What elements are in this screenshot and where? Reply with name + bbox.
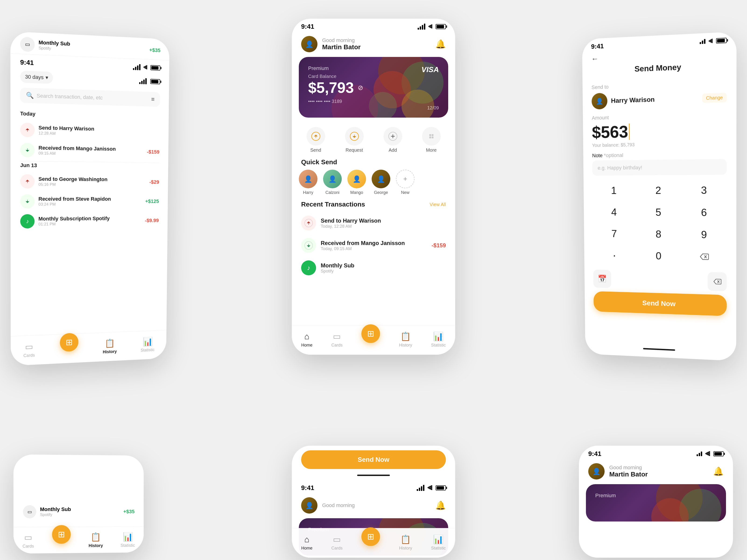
nav-cards[interactable]: ▭ Cards [331,331,342,348]
search-bar[interactable]: 🔍 Search transaction, date, etc ≡ [20,87,160,107]
nav-history-bl[interactable]: 📋 History [89,532,103,548]
recipient-name: Harry Warison [611,95,698,105]
home-header: 👤 Good morning Martin Bator 🔔 [292,32,455,57]
hist-send-george: Send to George Washington 05:16 PM -$29 [20,171,159,192]
back-button[interactable]: ← [591,54,598,63]
send-label: Send [310,148,321,153]
phone-bottom-center: Send Now 9:41 ⫷ 👤 Good morning 🔔 Premium… [292,446,455,558]
tx-spotify-partial: ♪ Monthly Sub Spotify [292,257,455,279]
signal-icon-left [133,64,140,70]
nav-home[interactable]: ⌂ Home [301,331,312,348]
nav-cards-bl[interactable]: ▭ Cards [23,532,34,549]
status-bar-bc: 9:41 ⫷ [292,480,455,494]
amount-section: Amount $563 Your balance: $5,793 [583,111,737,153]
add-button[interactable]: Add [384,127,402,153]
bell-bc[interactable]: 🔔 [435,501,446,510]
nav-home-bc[interactable]: ⌂ Home [301,535,312,551]
quick-send-title: Quick Send [292,158,455,170]
nav-statistic-bl[interactable]: 📊 Statistic [121,532,135,548]
key-0[interactable]: 0 [637,245,681,267]
days-filter[interactable]: 30 days ▾ [20,71,53,84]
card-number: •••• •••• •••• 3189 [308,99,439,104]
battery-icon [436,24,446,29]
bottom-nav-left: ▭ Cards ⊞ 📋 History 📊 Statistic [11,330,166,366]
balance-hint: Your balance: $5,793 [592,140,727,148]
time-right: 9:41 [591,43,604,51]
bell-br[interactable]: 🔔 [713,466,724,476]
time-center: 9:41 [301,23,314,30]
notification-bell[interactable]: 🔔 [435,39,446,49]
nav-cards-left[interactable]: ▭ Cards [23,342,35,358]
send-now-top[interactable]: Send Now [301,450,446,469]
svg-rect-3 [429,134,431,136]
send-button[interactable]: Send [307,127,325,153]
nav-history[interactable]: 📋 History [399,331,412,348]
amount-cursor [629,124,629,140]
amount-display: $563 [592,120,727,142]
greeting-name: Martin Bator [322,44,435,51]
change-recipient-button[interactable]: Change [702,92,727,103]
bottom-nav-center: ⌂ Home ▭ Cards ⊞ 📋 History 📊 Statistic [292,325,455,355]
more-button[interactable]: More [422,127,441,153]
delete-key-alt[interactable] [707,272,727,291]
key-7[interactable]: 7 [593,223,636,244]
contact-harry[interactable]: 👤 Harry [299,170,317,195]
nav-history-bc[interactable]: 📋 History [399,535,412,551]
status-icons-center: ⫷ [418,23,446,30]
key-delete[interactable] [681,246,727,268]
amount-label: Amount [592,111,727,121]
key-1[interactable]: 1 [592,180,636,201]
key-4[interactable]: 4 [593,202,636,222]
phone-home: 9:41 ⫷ 👤 Good morning Martin Bator 🔔 [292,19,455,355]
tx-header: Recent Transactions View All [292,201,455,212]
contact-george[interactable]: 👤 George [371,170,390,195]
contact-mango[interactable]: 👤 Mango [347,170,366,195]
battery-icon-right [716,38,727,44]
hist-recv-mango: Received from Mango Janisson 09:15 AM -$… [20,140,159,162]
filter-icon[interactable]: ≡ [151,96,155,103]
card-expiry: 12/09 [427,105,439,111]
nav-fab-center[interactable]: ⊞ [361,324,380,343]
nav-fab-bl[interactable]: ⊞ [52,525,71,544]
send-now-button[interactable]: Send Now [593,291,727,316]
key-2[interactable]: 2 [636,180,680,201]
nav-history-left[interactable]: 📋 History [103,338,117,355]
nav-cards-bc[interactable]: ▭ Cards [331,535,342,551]
nav-fab-left[interactable]: ⊞ [60,333,79,352]
svg-rect-5 [429,136,431,138]
nav-statistic-left[interactable]: 📊 Statistic [140,337,155,353]
status-bar-br: 9:41 ⫷ [579,446,733,459]
contact-new[interactable]: + New [396,170,415,195]
contact-calzoni[interactable]: 👤 Calzoni [323,170,342,195]
jun13-group: Jun 13 Send to George Washington 05:16 P… [10,162,168,232]
status-icons-right: ⫷ [700,37,727,45]
card-balance-amount: $5,793 ⊘ [308,79,439,96]
key-dot[interactable]: · [593,244,636,266]
nav-statistic-bc[interactable]: 📊 Statistic [431,535,446,551]
recipient-avatar: 👤 [592,93,608,110]
today-group: Today Send to Harry Warison 12:28 AM Rec… [10,110,169,162]
note-input[interactable]: e.g. Happy birthday! [592,159,727,176]
card-tier: Premium [308,65,439,72]
key-8[interactable]: 8 [637,223,681,245]
balance-visibility-icon[interactable]: ⊘ [358,84,363,92]
status-bar-center: 9:41 ⫷ [292,19,455,32]
tx-recv-mango: Received from Mango Janisson Today, 09:1… [292,234,455,257]
bc-home-header: 👤 Good morning 🔔 [292,494,455,518]
spotify-amount: +$35 [149,47,160,53]
tx-send-harry: Send to Harry Warison Today, 12:28 AM [292,212,455,234]
phone-history: ▭ Monthly Sub Spotify +$35 9:41 ⫷ 30 day… [10,31,170,366]
key-6[interactable]: 6 [681,202,727,223]
monthly-sub-row: ▭ Monthly Sub Spotify +$35 [20,37,160,57]
request-button[interactable]: Request [345,127,364,153]
wifi-icon-left: ⫷ [143,64,148,71]
view-all-button[interactable]: View All [430,202,446,207]
calendar-button[interactable]: 📅 [593,269,611,288]
key-3[interactable]: 3 [681,180,727,201]
time-bc: 9:41 [301,484,314,491]
key-9[interactable]: 9 [681,224,727,245]
key-5[interactable]: 5 [636,202,680,223]
nav-statistic[interactable]: 📊 Statistic [431,331,446,348]
numpad: 1 2 3 4 5 6 7 8 9 · 0 [584,180,737,272]
tx-title: Recent Transactions [301,201,365,208]
